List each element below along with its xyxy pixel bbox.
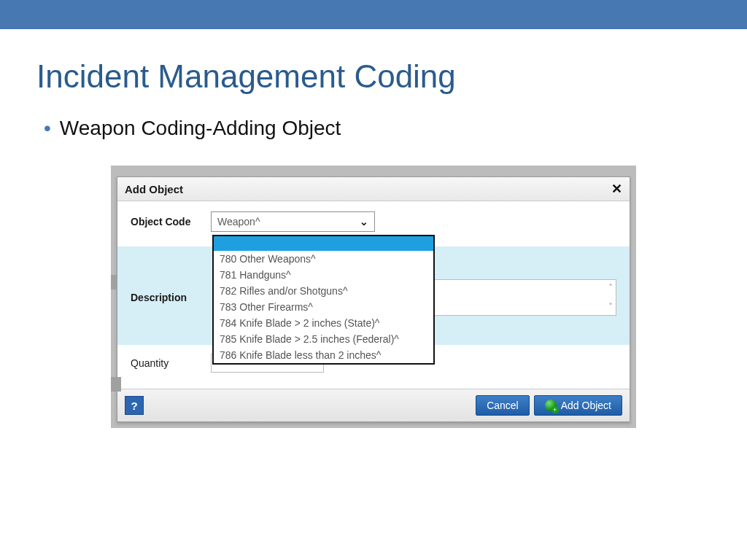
dialog-body: Object Code Weapon^ ⌄ 780 Other Weapons^…: [117, 201, 630, 389]
object-code-row: Object Code Weapon^ ⌄: [131, 211, 616, 232]
globe-add-icon: [545, 400, 557, 411]
dropdown-option[interactable]: 783 Other Firearms^: [214, 299, 433, 315]
object-code-value: Weapon^: [217, 216, 260, 228]
add-object-button-label: Add Object: [561, 400, 611, 411]
help-icon: ?: [131, 400, 137, 412]
scroll-down-icon[interactable]: ˅: [608, 302, 613, 312]
dropdown-option[interactable]: 785 Knife Blade > 2.5 inches (Federal)^: [214, 331, 433, 347]
dropdown-option[interactable]: 782 Rifles and/or Shotguns^: [214, 283, 433, 299]
cancel-button[interactable]: Cancel: [476, 395, 530, 416]
embedded-screenshot: Add Object ✕ Object Code Weapon^ ⌄ 780 O…: [111, 166, 636, 428]
dropdown-option[interactable]: 780 Other Weapons^: [214, 251, 433, 267]
bullet-dot-icon: •: [44, 118, 51, 139]
object-code-label: Object Code: [131, 216, 211, 228]
scroll-up-icon[interactable]: ˄: [608, 283, 613, 293]
dialog-footer: ? Cancel Add Object: [117, 389, 630, 421]
bullet-text: Weapon Coding-Adding Object: [60, 117, 341, 140]
dropdown-option[interactable]: 784 Knife Blade > 2 inches (State)^: [214, 315, 433, 331]
cancel-button-label: Cancel: [487, 400, 519, 411]
object-code-select[interactable]: Weapon^ ⌄: [211, 211, 375, 232]
slide-title: Incident Management Coding: [36, 58, 711, 95]
dropdown-option[interactable]: 786 Knife Blade less than 2 inches^: [214, 347, 433, 363]
add-object-button[interactable]: Add Object: [534, 395, 622, 416]
dialog-title: Add Object: [125, 183, 183, 195]
object-code-dropdown[interactable]: 780 Other Weapons^ 781 Handguns^ 782 Rif…: [212, 235, 435, 365]
dropdown-option[interactable]: [214, 236, 433, 251]
dropdown-option[interactable]: 781 Handguns^: [214, 267, 433, 283]
help-button[interactable]: ?: [125, 396, 144, 415]
quantity-label: Quantity: [131, 357, 211, 369]
textarea-scroll-icons: ˄ ˅: [608, 283, 613, 312]
add-object-dialog: Add Object ✕ Object Code Weapon^ ⌄ 780 O…: [117, 176, 630, 422]
presentation-top-bar: [0, 0, 747, 29]
close-icon[interactable]: ✕: [611, 182, 622, 195]
dialog-header: Add Object ✕: [117, 177, 630, 201]
slide-bullet: • Weapon Coding-Adding Object: [44, 117, 711, 140]
chevron-down-icon: ⌄: [360, 216, 368, 228]
slide-body: Incident Management Coding • Weapon Codi…: [0, 29, 747, 428]
footer-button-group: Cancel Add Object: [476, 395, 622, 416]
description-label: Description: [131, 292, 212, 303]
